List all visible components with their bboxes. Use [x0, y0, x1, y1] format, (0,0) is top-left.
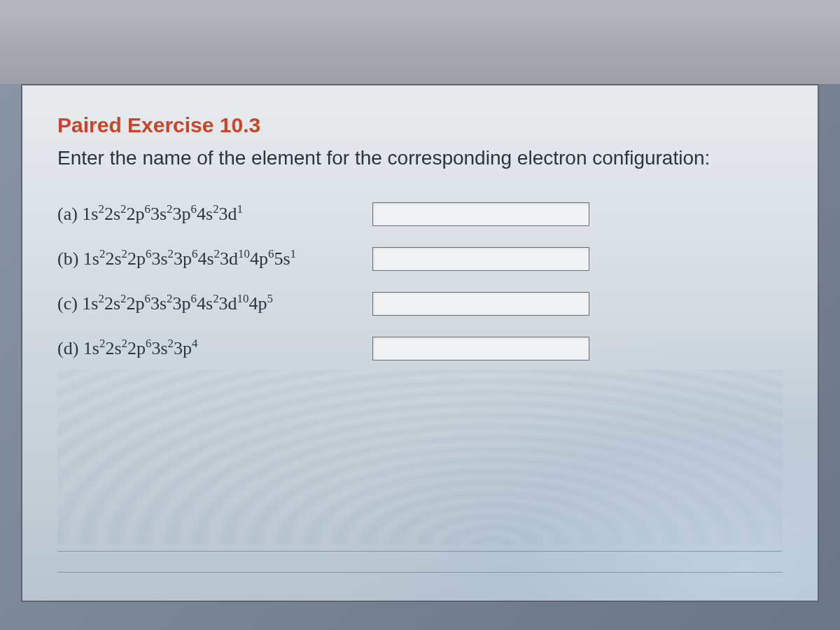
question-label-d: (d) 1s22s22p63s23p4	[57, 338, 372, 359]
question-row-b: (b) 1s22s22p63s23p64s23d104p65s1	[57, 247, 783, 271]
question-label-a: (a) 1s22s22p63s23p64s23d1	[57, 204, 372, 225]
question-label-b: (b) 1s22s22p63s23p64s23d104p65s1	[57, 248, 372, 270]
answer-input-b[interactable]	[372, 247, 589, 271]
glare-overlay	[328, 321, 818, 601]
question-row-c: (c) 1s22s22p63s23p64s23d104p5	[57, 292, 783, 316]
exercise-prompt: Enter the name of the element for the co…	[57, 146, 783, 171]
exercise-title: Paired Exercise 10.3	[57, 113, 783, 137]
answer-input-c[interactable]	[372, 292, 589, 316]
question-row-d: (d) 1s22s22p63s23p4	[57, 337, 783, 360]
glare-ripple	[57, 370, 783, 545]
top-backdrop	[0, 0, 840, 84]
answer-input-a[interactable]	[372, 202, 589, 226]
divider-line	[57, 551, 783, 552]
question-row-a: (a) 1s22s22p63s23p64s23d1	[57, 202, 783, 226]
exercise-panel: Paired Exercise 10.3 Enter the name of t…	[21, 84, 819, 602]
question-label-c: (c) 1s22s22p63s23p64s23d104p5	[57, 293, 372, 314]
answer-input-d[interactable]	[372, 337, 589, 360]
divider-line	[57, 572, 783, 573]
